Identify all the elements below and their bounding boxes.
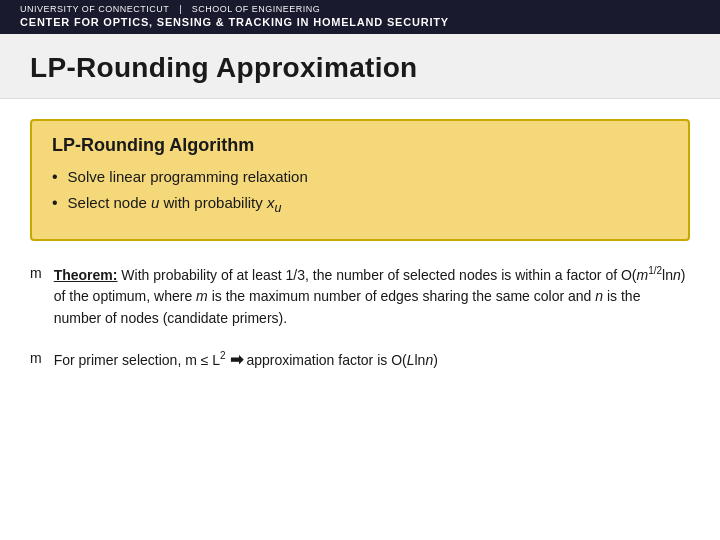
theorem-text: Theorem: With probability of at least 1/… [54, 263, 690, 330]
algorithm-box: LP-Rounding Algorithm • Solve linear pro… [30, 119, 690, 241]
second-bullet: m [30, 350, 42, 366]
center-name: CENTER FOR OPTICS, SENSING & TRACKING IN… [20, 16, 700, 32]
algorithm-item-2: • Select node u with probability xu [52, 194, 668, 215]
bullet-2: • [52, 194, 58, 212]
algorithm-title: LP-Rounding Algorithm [52, 135, 668, 156]
second-text: For primer selection, m ≤ L2 ➡ approxima… [54, 348, 438, 373]
header-divider: | [179, 4, 181, 14]
slide-title: LP-Rounding Approximation [30, 52, 690, 84]
header: UNIVERSITY OF CONNECTICUT | SCHOOL OF EN… [0, 0, 720, 34]
second-section: m For primer selection, m ≤ L2 ➡ approxi… [30, 348, 690, 373]
university-name: UNIVERSITY OF CONNECTICUT [20, 4, 169, 14]
theorem-section: m Theorem: With probability of at least … [30, 263, 690, 330]
header-top: UNIVERSITY OF CONNECTICUT | SCHOOL OF EN… [20, 4, 700, 14]
title-area: LP-Rounding Approximation [0, 34, 720, 99]
algorithm-item-1: • Solve linear programming relaxation [52, 168, 668, 186]
theorem-label: Theorem: [54, 267, 118, 283]
algorithm-text-2: Select node u with probability xu [68, 194, 282, 215]
theorem-bullet: m [30, 265, 42, 281]
content-area: LP-Rounding Algorithm • Solve linear pro… [0, 99, 720, 393]
algorithm-text-1: Solve linear programming relaxation [68, 168, 308, 185]
school-name: SCHOOL OF ENGINEERING [192, 4, 321, 14]
bullet-1: • [52, 168, 58, 186]
